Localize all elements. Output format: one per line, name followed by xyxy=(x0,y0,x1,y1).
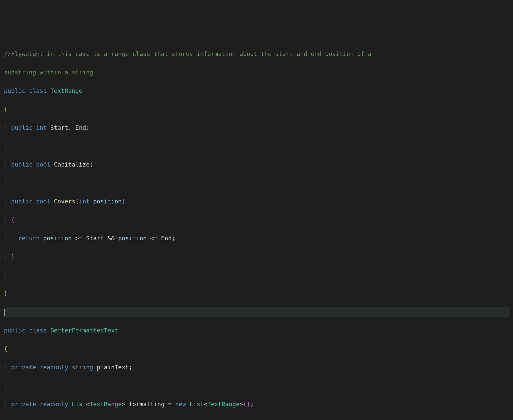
keyword: class xyxy=(29,327,47,334)
type-name: BetterFormattedText xyxy=(50,327,118,334)
keyword: class xyxy=(29,87,47,94)
code-line[interactable]: { xyxy=(4,105,509,114)
field: Start xyxy=(50,124,68,131)
code-line[interactable]: │ private readonly string plainText; xyxy=(4,363,509,372)
parameter: position xyxy=(93,198,122,205)
code-line[interactable]: │ xyxy=(4,418,509,420)
code-line[interactable]: │ public bool Covers(int position) xyxy=(4,197,509,206)
brace: { xyxy=(4,345,8,352)
type-name: TextRange xyxy=(50,87,83,94)
brace: { xyxy=(4,106,8,113)
keyword: public xyxy=(4,87,25,94)
code-line-active[interactable] xyxy=(4,307,509,317)
keyword: bool xyxy=(36,161,50,168)
code-line[interactable]: public class TextRange xyxy=(4,86,509,95)
keyword: private xyxy=(11,364,36,371)
keyword: return xyxy=(18,235,40,242)
keyword: new xyxy=(175,401,186,407)
comment-text: //Flyweight in this case is a range clas… xyxy=(4,50,371,57)
field: End xyxy=(75,124,86,131)
type-name: List xyxy=(72,401,86,407)
keyword: int xyxy=(36,124,47,131)
code-line[interactable]: │ public int Start, End; xyxy=(4,123,509,132)
keyword: readonly xyxy=(40,364,68,371)
code-line[interactable]: │ │ return position >= Start && position… xyxy=(4,234,509,243)
code-line[interactable]: { xyxy=(4,344,509,354)
code-line[interactable]: public class BetterFormattedText xyxy=(4,326,509,335)
keyword: int xyxy=(79,198,90,205)
brace: { xyxy=(11,216,15,223)
keyword: public xyxy=(4,327,25,334)
code-line[interactable]: } xyxy=(4,289,509,298)
method-name: Covers xyxy=(54,198,75,205)
brace: } xyxy=(11,253,15,260)
keyword: bool xyxy=(36,198,50,205)
code-line[interactable]: │ xyxy=(4,142,509,151)
code-line[interactable]: //Flyweight in this case is a range clas… xyxy=(4,49,509,59)
code-line[interactable]: │ public bool Capitalize; xyxy=(4,160,509,169)
keyword: public xyxy=(11,124,33,131)
keyword: public xyxy=(11,161,33,168)
type-name: TextRange xyxy=(90,401,122,407)
keyword: public xyxy=(11,198,33,205)
field: plainText xyxy=(97,364,129,371)
field: formatting xyxy=(129,401,164,407)
keyword: string xyxy=(72,364,93,371)
parameter: position xyxy=(43,235,72,242)
keyword: readonly xyxy=(40,401,68,407)
code-line[interactable]: │ xyxy=(4,271,509,280)
code-line[interactable]: │ xyxy=(4,381,509,390)
code-line[interactable]: substring within a string xyxy=(4,68,509,77)
field: Capitalize xyxy=(54,161,90,168)
brace: } xyxy=(4,290,8,297)
text-cursor xyxy=(4,309,5,316)
code-line[interactable]: │ xyxy=(4,178,509,188)
code-editor[interactable]: //Flyweight in this case is a range clas… xyxy=(0,37,513,420)
comment-text: substring within a string xyxy=(4,69,93,76)
keyword: private xyxy=(11,401,36,407)
code-line[interactable]: │ { xyxy=(4,215,509,224)
code-line[interactable]: │ private readonly List<TextRange> forma… xyxy=(4,400,509,409)
code-line[interactable]: │ } xyxy=(4,252,509,261)
